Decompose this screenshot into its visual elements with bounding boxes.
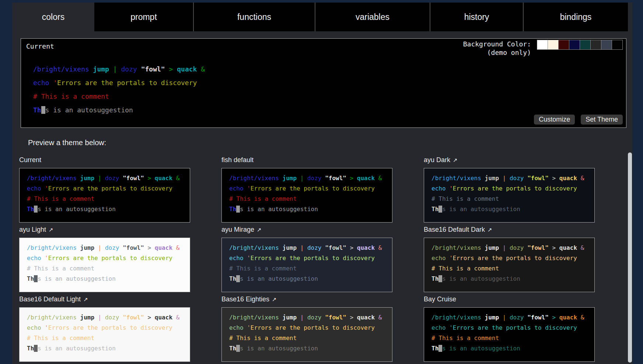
token-quack: quack [155, 244, 172, 251]
terminal-line: /bright/vixens jump | dozy "fowl" > quac… [431, 243, 594, 253]
token-comment: # This is a comment [229, 335, 297, 342]
terminal-line: /bright/vixens jump | dozy "fowl" > quac… [431, 312, 594, 323]
theme-cell-base16-default-light: Base16 Default Light↗/bright/vixens jump… [19, 295, 190, 362]
background-color-swatches [537, 40, 623, 50]
terminal-line: /bright/vixens jump | dozy "fowl" > quac… [27, 312, 190, 323]
token-string: Errors are the portals to discovery [48, 324, 172, 331]
tab-history[interactable]: history [430, 3, 523, 31]
token-pipe: | [300, 314, 304, 321]
token-fowl: "fowl" [123, 314, 144, 321]
token-comment: # This is a comment [27, 335, 94, 342]
terminal-line: echo 'Errors are the portals to discover… [431, 183, 594, 194]
token-squote: ' [247, 324, 251, 331]
terminal-line: echo 'Errors are the portals to discover… [27, 253, 190, 263]
theme-cell-bay-cruise: Bay Cruise/bright/vixens jump | dozy "fo… [424, 295, 595, 362]
cursor-block: i [438, 206, 442, 213]
token-fowl: "fowl" [527, 314, 549, 321]
external-link-icon[interactable]: ↗ [257, 227, 262, 233]
token-plain [197, 65, 201, 73]
token-plain [119, 244, 123, 251]
bg-swatch-4[interactable] [580, 40, 591, 50]
terminal-line: # This is a comment [229, 194, 392, 204]
token-suggest: s is an autosuggestion [38, 206, 116, 213]
token-plain [506, 244, 510, 251]
token-plain [172, 244, 176, 251]
bg-swatch-5[interactable] [590, 40, 601, 50]
token-plain [481, 175, 485, 182]
theme-card-bay-cruise[interactable]: /bright/vixens jump | dozy "fowl" > quac… [424, 307, 595, 362]
bg-swatch-3[interactable] [569, 40, 580, 50]
token-plain [151, 175, 155, 182]
terminal-line: This is an autosuggestion [27, 343, 190, 354]
theme-title: Bay Cruise [424, 295, 595, 305]
tab-variables[interactable]: variables [315, 3, 430, 31]
token-plain [556, 244, 559, 251]
theme-name: ayu Light [19, 226, 46, 233]
token-plain [304, 244, 307, 251]
theme-cell-ayu-dark: ayu Dark↗/bright/vixens jump | dozy "fow… [424, 156, 595, 223]
terminal-line: echo 'Errors are the portals to discover… [431, 253, 594, 263]
token-comment: # This is a comment [33, 92, 109, 100]
token-plain [321, 314, 325, 321]
bg-swatch-7[interactable] [612, 40, 623, 50]
token-plain [49, 79, 53, 87]
token-squote: ' [247, 185, 251, 192]
token-gt: > [148, 175, 151, 182]
token-pipe: | [503, 175, 506, 182]
token-path: /bright/vixens [27, 314, 77, 321]
token-dozy: dozy [105, 175, 119, 182]
token-pipe: | [113, 65, 117, 73]
token-plain [89, 65, 93, 73]
external-link-icon[interactable]: ↗ [453, 157, 458, 163]
scrollbar[interactable] [628, 153, 632, 363]
token-fowl: "fowl" [325, 314, 346, 321]
token-squote: ' [449, 255, 453, 262]
tab-bindings[interactable]: bindings [523, 3, 628, 31]
bg-swatch-0[interactable] [537, 40, 548, 50]
theme-card-base16-default-light[interactable]: /bright/vixens jump | dozy "fowl" > quac… [19, 307, 190, 362]
external-link-icon[interactable]: ↗ [83, 296, 88, 302]
token-fowl: "fowl" [325, 175, 346, 182]
bg-swatch-1[interactable] [548, 40, 559, 50]
tab-functions[interactable]: functions [193, 3, 315, 31]
terminal-line: This is an autosuggestion [431, 274, 594, 284]
cursor-block: i [34, 345, 38, 352]
bg-swatch-2[interactable] [558, 40, 569, 50]
token-jump: jump [80, 314, 95, 321]
tab-colors[interactable]: colors [12, 3, 94, 31]
theme-card-current[interactable]: /bright/vixens jump | dozy "fowl" > quac… [19, 168, 190, 223]
external-link-icon[interactable]: ↗ [49, 227, 53, 233]
theme-card-ayu-light[interactable]: /bright/vixens jump | dozy "fowl" > quac… [19, 238, 190, 292]
set-theme-button[interactable]: Set Theme [581, 115, 623, 125]
token-plain [297, 244, 300, 251]
tab-prompt[interactable]: prompt [94, 3, 193, 31]
token-plain [375, 314, 378, 321]
theme-card-base16-default-dark[interactable]: /bright/vixens jump | dozy "fowl" > quac… [424, 238, 595, 292]
token-typed: Th [431, 206, 438, 213]
token-plain [144, 314, 148, 321]
theme-card-ayu-mirage[interactable]: /bright/vixens jump | dozy "fowl" > quac… [221, 238, 392, 292]
theme-card-base16-eighties[interactable]: /bright/vixens jump | dozy "fowl" > quac… [221, 307, 392, 362]
external-link-icon[interactable]: ↗ [272, 296, 277, 302]
bg-swatch-6[interactable] [601, 40, 612, 50]
theme-card-ayu-dark[interactable]: /bright/vixens jump | dozy "fowl" > quac… [424, 168, 595, 223]
external-link-icon[interactable]: ↗ [488, 227, 492, 233]
token-gt: > [169, 65, 173, 73]
customize-button[interactable]: Customize [534, 115, 575, 125]
token-plain [353, 175, 357, 182]
token-plain [101, 244, 105, 251]
token-plain [577, 314, 581, 321]
token-plain [346, 314, 350, 321]
terminal-line: This is an autosuggestion [229, 274, 392, 284]
token-jump: jump [485, 175, 499, 182]
theme-card-fish-default[interactable]: /bright/vixens jump | dozy "fowl" > quac… [221, 168, 392, 223]
token-plain [279, 314, 283, 321]
token-pipe: | [503, 244, 506, 251]
token-typed: Th [229, 275, 236, 282]
token-typed: Th [229, 206, 236, 213]
token-plain [41, 255, 45, 262]
token-squote: ' [53, 79, 57, 87]
terminal-line: This is an autosuggestion [27, 274, 190, 284]
token-path: /bright/vixens [229, 314, 279, 321]
token-plain [109, 65, 113, 73]
